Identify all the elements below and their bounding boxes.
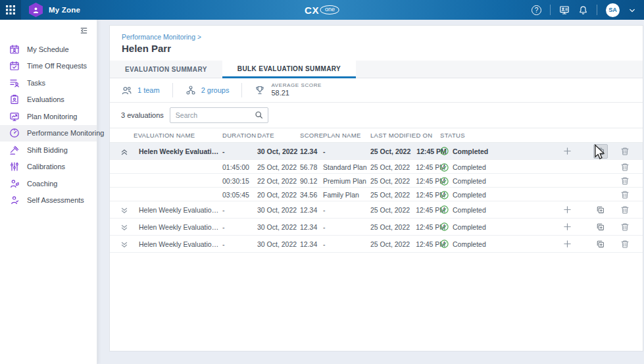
monitor-icon bbox=[559, 5, 570, 15]
breadcrumb: Performance Monitoring > bbox=[110, 26, 643, 41]
completed-check-icon bbox=[440, 147, 449, 155]
row-actions bbox=[558, 160, 632, 174]
copy-evaluation-button[interactable] bbox=[593, 203, 608, 217]
search-input[interactable] bbox=[170, 107, 268, 123]
bell-icon bbox=[578, 5, 588, 15]
add-evaluation-button[interactable] bbox=[560, 220, 574, 234]
page-title: Helen Parr bbox=[110, 41, 643, 54]
delete-evaluation-button[interactable] bbox=[618, 203, 632, 217]
table-row[interactable]: Helen Weekly Evaluation - June 20-30 Oct… bbox=[110, 219, 643, 236]
column-header-plan-name[interactable]: PLAN NAME bbox=[323, 132, 370, 139]
grid-icon bbox=[6, 5, 15, 14]
score-cell: 34.56 bbox=[300, 191, 323, 199]
table-subrow[interactable]: 00:30:1522 Oct, 202290.12Premium Plan25 … bbox=[110, 174, 643, 188]
coaching-icon bbox=[9, 178, 20, 189]
column-header-last-modified-on[interactable]: LAST MODIFIED ON bbox=[370, 132, 440, 139]
status-label: Completed bbox=[453, 191, 486, 199]
expand-row-button[interactable] bbox=[120, 240, 139, 248]
row-actions bbox=[558, 203, 632, 217]
team-link[interactable]: 1 team bbox=[121, 85, 160, 96]
trophy-icon bbox=[255, 85, 265, 95]
tab-bulk-evaluation-summary[interactable]: BULK EVALUATION SUMMARY bbox=[222, 61, 356, 78]
column-header-evaluation-name[interactable]: EVALUATION NAME bbox=[120, 132, 222, 139]
sidebar-item-calibrations[interactable]: Calibrations bbox=[0, 159, 97, 176]
sidebar-item-performance-monitoring[interactable]: Performance Monitoring bbox=[0, 125, 97, 142]
sidebar-item-label: Plan Monitoring bbox=[27, 113, 77, 120]
sidebar-item-tasks[interactable]: Tasks bbox=[0, 74, 97, 91]
tasks-icon bbox=[9, 78, 20, 88]
avatar[interactable]: SA bbox=[606, 3, 620, 17]
topbar-divider bbox=[597, 5, 597, 15]
sidebar-item-label: Calibrations bbox=[27, 163, 65, 170]
expand-row-button[interactable] bbox=[120, 223, 139, 231]
plan-name-cell: - bbox=[323, 223, 370, 231]
score-cell: 12.34 bbox=[300, 223, 323, 231]
add-evaluation-button[interactable] bbox=[560, 237, 574, 251]
status-cell: Completed bbox=[440, 205, 558, 214]
table-subrow[interactable]: 03:05:4520 Oct, 202234.56Family Plan25 O… bbox=[110, 188, 643, 201]
sidebar-item-shift-bidding[interactable]: Shift Bidding bbox=[0, 142, 97, 159]
table-row[interactable]: Helen Weekly Evaluation - June 20-30 Oct… bbox=[110, 236, 643, 253]
stats-divider bbox=[241, 83, 242, 97]
sidebar-item-plan-monitoring[interactable]: Plan Monitoring bbox=[0, 108, 97, 125]
tab-evaluation-summary[interactable]: EVALUATION SUMMARY bbox=[110, 61, 222, 78]
groups-link[interactable]: 2 groups bbox=[186, 85, 230, 95]
last-modified-cell: 25 Oct, 202212:45 PM bbox=[370, 191, 440, 199]
plus-icon bbox=[563, 205, 572, 214]
delete-evaluation-button[interactable] bbox=[618, 188, 632, 202]
sidebar-item-label: My Schedule bbox=[27, 45, 69, 53]
last-modified-cell: 25 Oct, 202212:45 PM bbox=[370, 223, 440, 231]
table-subrow[interactable]: 01:45:0025 Oct, 202256.78Standard Plan25… bbox=[110, 160, 643, 174]
date-cell: 22 Oct, 2022 bbox=[257, 177, 300, 185]
sidebar-collapse-button[interactable] bbox=[79, 26, 89, 36]
team-label: 1 team bbox=[137, 86, 160, 94]
groups-icon bbox=[186, 85, 196, 95]
sidebar-item-self-assessments[interactable]: Self Assessments bbox=[0, 192, 97, 209]
status-cell: Completed bbox=[440, 191, 558, 199]
plan-name-cell: Family Plan bbox=[323, 191, 370, 199]
row-actions bbox=[558, 237, 632, 251]
topbar-left: My Zone bbox=[0, 0, 80, 20]
sidebar-item-time-off-requests[interactable]: Time Off Requests bbox=[0, 58, 97, 75]
trash-icon bbox=[620, 176, 630, 186]
delete-evaluation-button[interactable] bbox=[618, 160, 632, 174]
completed-check-icon bbox=[440, 163, 449, 172]
copy-evaluation-button[interactable] bbox=[593, 237, 608, 251]
collapse-row-button[interactable] bbox=[120, 147, 139, 155]
table-row[interactable]: Helen Weekly Evaluation - June 20-30 Oct… bbox=[110, 201, 643, 219]
evaluation-name-cell: Helen Weekly Evaluation - June 20 bbox=[139, 206, 222, 214]
add-evaluation-button[interactable] bbox=[560, 203, 574, 217]
delete-evaluation-button[interactable] bbox=[618, 237, 632, 251]
column-header-duration[interactable]: DURATION bbox=[222, 132, 257, 139]
breadcrumb-separator: > bbox=[197, 34, 201, 41]
sidebar-item-coaching[interactable]: Coaching bbox=[0, 175, 97, 192]
topbar-divider bbox=[550, 5, 551, 15]
notifications-button[interactable] bbox=[578, 5, 588, 15]
sidebar-item-evaluations[interactable]: Evaluations bbox=[0, 91, 97, 109]
column-header-score[interactable]: SCORE bbox=[300, 132, 323, 139]
average-score: AVERAGE SCORE 58.21 bbox=[255, 82, 322, 98]
last-modified-cell: 25 Oct, 202212:45 PM bbox=[370, 147, 440, 155]
copy-evaluation-button[interactable] bbox=[593, 144, 608, 159]
user-menu-button[interactable] bbox=[628, 6, 636, 14]
delete-evaluation-button[interactable] bbox=[618, 144, 632, 159]
expand-row-button[interactable] bbox=[120, 206, 139, 214]
breadcrumb-link[interactable]: Performance Monitoring bbox=[122, 33, 195, 41]
copy-evaluation-button[interactable] bbox=[593, 220, 608, 234]
chevron-double-down-icon bbox=[120, 240, 128, 248]
delete-evaluation-button[interactable] bbox=[618, 220, 632, 234]
screen-share-button[interactable] bbox=[559, 5, 570, 15]
table-row[interactable]: Helen Weekly Evaluation - June...-30 Oct… bbox=[110, 143, 643, 160]
help-button[interactable]: ? bbox=[532, 5, 541, 15]
column-header-status[interactable]: STATUS bbox=[440, 132, 558, 139]
table-header: EVALUATION NAME DURATION DATE SCORE PLAN… bbox=[110, 128, 643, 143]
delete-evaluation-button[interactable] bbox=[618, 174, 632, 188]
status-label: Completed bbox=[453, 177, 486, 185]
sidebar-item-my-schedule[interactable]: My Schedule bbox=[0, 41, 97, 58]
sidebar-item-label: Evaluations bbox=[27, 95, 64, 103]
evaluation-name-cell: Helen Weekly Evaluation - June... bbox=[139, 147, 222, 155]
app-launcher-button[interactable] bbox=[0, 0, 21, 20]
search-icon[interactable] bbox=[255, 111, 264, 120]
column-header-date[interactable]: DATE bbox=[257, 132, 300, 139]
add-evaluation-button[interactable] bbox=[560, 144, 574, 159]
